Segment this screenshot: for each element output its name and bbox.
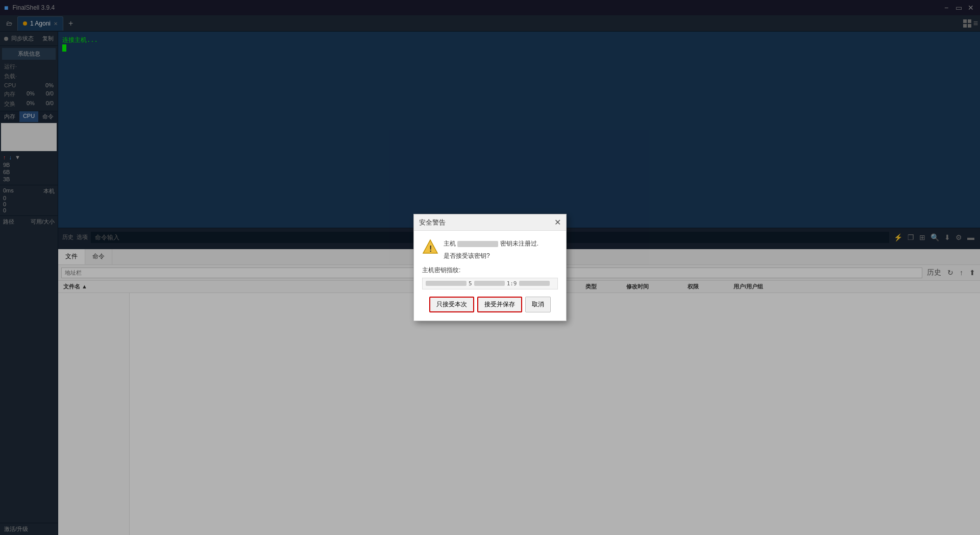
dialog-title: 安全警告 <box>419 218 446 227</box>
dialog-titlebar: 安全警告 ✕ <box>414 214 566 231</box>
cancel-button[interactable]: 取消 <box>525 297 551 312</box>
dialog-warning-line2: 密钥未注册过. <box>500 240 538 247</box>
dialog-body: ! 主机 密钥未注册过. 是否接受该密钥? 主机密钥指纹: 5 1:9 <box>414 231 566 320</box>
dialog-question: 是否接受该密钥? <box>444 251 538 261</box>
dialog-fingerprint-label: 主机密钥指纹: <box>422 266 558 275</box>
fp-blur-1 <box>426 281 467 286</box>
dialog-buttons: 只接受本次 接受并保存 取消 <box>422 297 558 312</box>
dialog-close-button[interactable]: ✕ <box>554 217 561 227</box>
fp-blur-2 <box>474 281 505 286</box>
dialog-fingerprint: 5 1:9 <box>422 278 558 289</box>
warning-triangle-icon: ! <box>422 239 438 255</box>
accept-save-button[interactable]: 接受并保存 <box>477 297 522 312</box>
accept-once-button[interactable]: 只接受本次 <box>429 297 474 312</box>
fp-sep-2: 1:9 <box>507 280 517 287</box>
dialog-host-blurred <box>457 241 498 247</box>
dialog-message: 主机 密钥未注册过. 是否接受该密钥? <box>444 239 538 260</box>
fp-blur-3 <box>519 281 550 286</box>
dialog-warning: ! 主机 密钥未注册过. 是否接受该密钥? <box>422 239 558 260</box>
dialog-warning-line1: 主机 <box>444 240 456 247</box>
dialog-overlay: 安全警告 ✕ ! 主机 密钥未注册过. 是否接受该密钥? 主机密钥指纹: <box>0 0 980 535</box>
security-dialog: 安全警告 ✕ ! 主机 密钥未注册过. 是否接受该密钥? 主机密钥指纹: <box>413 214 567 321</box>
svg-text:!: ! <box>429 245 432 253</box>
fp-sep-1: 5 <box>469 280 472 287</box>
